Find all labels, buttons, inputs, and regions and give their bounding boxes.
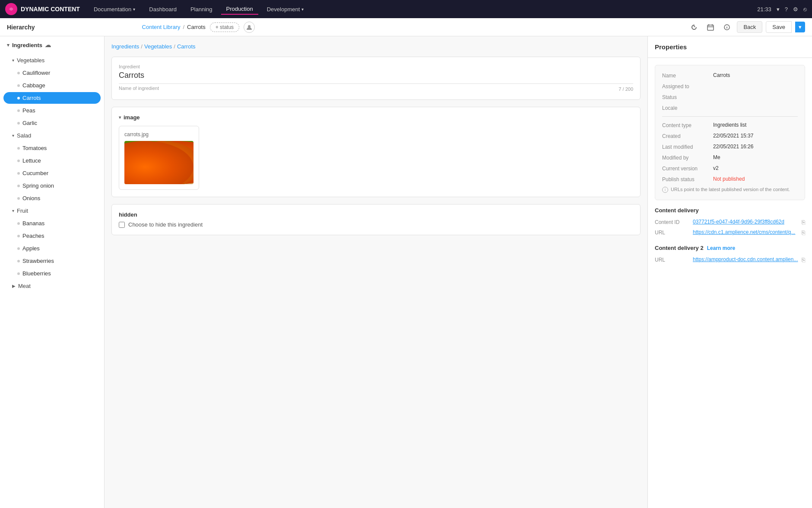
prop-publish-status-label: Publish status [662,176,710,182]
image-card: ▾ image carrots.jpg [111,107,641,197]
back-button[interactable]: Back [737,21,762,33]
chevron-right-icon: ▶ [12,284,16,288]
item-label: Peaches [22,233,44,239]
category-label: Meat [18,283,31,289]
sidebar-item-cabbage[interactable]: Cabbage [3,80,101,91]
user-avatar-icon[interactable] [244,22,255,33]
save-button[interactable]: Save [766,21,792,33]
breadcrumb-sep: / [141,43,143,50]
calendar-icon[interactable] [704,21,717,34]
image-section-header[interactable]: ▾ image [119,114,633,121]
user-icon[interactable]: ⎋ [803,6,807,13]
chevron-down-icon: ▾ [133,7,135,12]
chevron-down-icon[interactable]: ▾ [777,6,780,13]
tree-group-meat: ▶ Meat [0,280,104,292]
status-button[interactable]: + status [210,22,239,32]
settings-icon[interactable]: ⚙ [793,6,798,13]
dot-icon [17,109,20,112]
learn-more-link[interactable]: Learn more [707,245,735,251]
save-dropdown-button[interactable]: ▾ [795,22,805,32]
sidebar-item-cucumber[interactable]: Cucumber [3,167,101,179]
prop-current-version-value: v2 [713,165,719,171]
prop-created-value: 22/05/2021 15:37 [713,133,753,139]
collapse-toggle-icon[interactable]: ▾ [7,42,10,48]
prop-name: Name Carrots [662,72,798,79]
sidebar-item-lettuce[interactable]: Lettuce [3,155,101,166]
breadcrumb-ingredients[interactable]: Ingredients [111,43,139,50]
url-note: i URLs point to the latest published ver… [662,187,798,193]
sidebar-item-carrots[interactable]: Carrots [3,92,101,104]
sidebar-item-cauliflower[interactable]: Cauliflower [3,67,101,79]
sidebar-item-bananas[interactable]: Bananas [3,217,101,229]
prop-locale-label: Locale [662,105,710,111]
dot-icon [17,272,20,275]
nav-production[interactable]: Production [221,4,258,15]
char-count: 7 / 200 [619,86,633,92]
copy-icon[interactable]: ⎘ [802,229,805,236]
prop-status-label: Status [662,94,710,100]
sidebar-item-peas[interactable]: Peas [3,105,101,116]
image-preview-container[interactable]: carrots.jpg [119,126,199,190]
breadcrumb-current: Carrots [177,43,196,50]
item-label: Lettuce [22,157,41,164]
chevron-down-icon: ▾ [12,208,14,213]
delivery2-url-value[interactable]: https://ampproduct-doc.cdn.content.ampli… [693,256,798,262]
content-area: Ingredients / Vegetables / Carrots Ingre… [105,36,648,508]
hidden-checkbox-row: Choose to hide this ingredient [119,221,633,228]
content-id-value: 037721f5-e047-4d4f-9d96-29f3ff8cd62d [693,219,798,225]
breadcrumb-sep: / [174,43,175,50]
sidebar-item-onions[interactable]: Onions [3,192,101,204]
content-library-nav: Content Library / Carrots + status [142,22,255,33]
chevron-down-icon: ▾ [12,58,14,63]
dot-icon [17,147,20,150]
breadcrumb: Ingredients / Vegetables / Carrots [111,43,641,50]
sidebar-item-strawberries[interactable]: Strawberries [3,255,101,267]
hidden-checkbox-label: Choose to hide this ingredient [128,221,203,228]
sidebar-item-tomatoes[interactable]: Tomatoes [3,142,101,154]
nav-planning[interactable]: Planning [185,4,218,14]
history-icon[interactable] [688,21,701,34]
tree-category-meat[interactable]: ▶ Meat [3,280,101,292]
prop-last-modified-value: 22/05/2021 16:26 [713,144,753,150]
dot-icon [17,72,20,74]
content-id-label: Content ID [655,219,689,225]
help-icon[interactable]: ? [785,6,788,13]
top-nav: DYNAMIC CONTENT Documentation ▾ Dashboar… [0,0,812,18]
sidebar-item-garlic[interactable]: Garlic [3,117,101,129]
info-icon[interactable] [720,21,733,34]
content-delivery-2-section: Content delivery 2 Learn more URL https:… [655,245,805,263]
prop-modified-by-label: Modified by [662,154,710,161]
prop-content-type: Content type Ingredients list [662,122,798,128]
copy-icon[interactable]: ⎘ [802,219,805,226]
brand-logo[interactable]: DYNAMIC CONTENT [5,3,80,15]
ingredient-section-label: Ingredient [119,64,633,69]
prop-created: Created 22/05/2021 15:37 [662,133,798,139]
ingredient-field-label: Name of ingredient [119,86,159,91]
properties-header: Properties [648,36,812,58]
sidebar-item-blueberries[interactable]: Blueberries [3,268,101,279]
dot-icon [17,84,20,87]
chevron-down-icon: ▾ [12,133,14,138]
sidebar-item-peaches[interactable]: Peaches [3,230,101,242]
tree-category-fruit[interactable]: ▾ Fruit [3,205,101,217]
sidebar-item-apples[interactable]: Apples [3,243,101,254]
tree-category-vegetables[interactable]: ▾ Vegetables [3,54,101,66]
tree-category-salad[interactable]: ▾ Salad [3,130,101,141]
sidebar-root[interactable]: ▾ Ingredients ☁ [0,36,104,54]
ingredient-name-value: Carrots [119,71,633,84]
sub-nav: Hierarchy Content Library / Carrots + st… [0,18,812,36]
delivery2-url-label: URL [655,256,689,263]
url-note-text: URLs point to the latest published versi… [671,187,790,192]
hidden-checkbox[interactable] [119,222,125,228]
nav-development[interactable]: Development ▾ [262,4,309,14]
copy-icon[interactable]: ⎘ [802,256,805,263]
sidebar-item-spring-onion[interactable]: Spring onion [3,180,101,192]
prop-modified-by: Modified by Me [662,154,798,161]
category-label: Salad [17,132,31,139]
nav-documentation[interactable]: Documentation ▾ [89,4,140,14]
carrot-image [124,141,193,184]
delivery-url-value[interactable]: https://cdn.c1.amplience.net/cms/content… [693,229,798,235]
breadcrumb-vegetables[interactable]: Vegetables [144,43,172,50]
nav-dashboard[interactable]: Dashboard [144,4,182,14]
content-library-link[interactable]: Content Library [142,24,181,30]
